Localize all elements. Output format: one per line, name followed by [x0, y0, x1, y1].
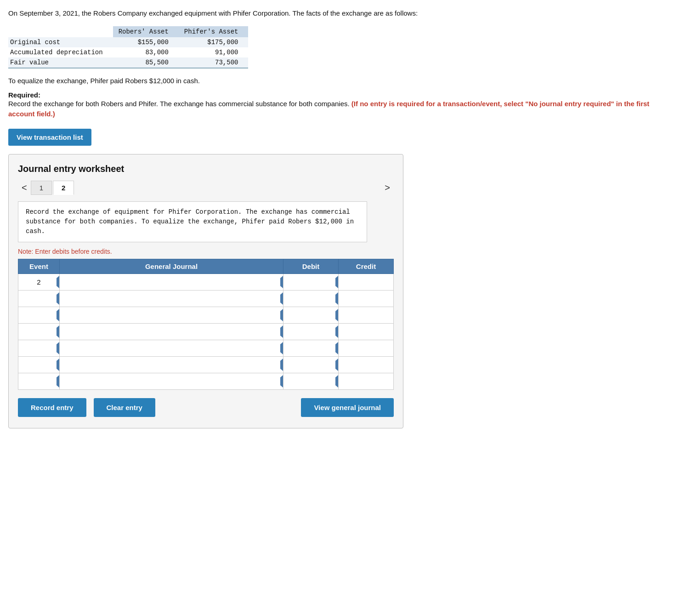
journal-cell[interactable]	[60, 340, 283, 356]
tab-prev-button[interactable]: <	[18, 181, 31, 194]
instruction-box: Record the exchange of equipment for Phi…	[18, 201, 367, 242]
debit-cell[interactable]	[283, 373, 339, 389]
credit-cell[interactable]	[339, 340, 394, 356]
intro-text: On September 3, 2021, the Robers Company…	[8, 9, 418, 17]
col-header-empty	[8, 26, 113, 37]
event-cell	[18, 323, 60, 340]
tab-next-button[interactable]: >	[381, 181, 394, 194]
journal-cell[interactable]	[60, 356, 283, 373]
facts-cell: 73,500	[179, 57, 249, 68]
table-row	[18, 290, 394, 307]
facts-cell: Accumulated depreciation	[8, 47, 113, 57]
journal-worksheet: Journal entry worksheet < 1 2 > Record t…	[8, 154, 403, 428]
journal-cell[interactable]	[60, 373, 283, 389]
debit-input[interactable]	[283, 274, 338, 290]
debit-cell[interactable]	[283, 274, 339, 290]
debit-cell[interactable]	[283, 323, 339, 340]
event-cell	[18, 356, 60, 373]
credit-input[interactable]	[339, 324, 393, 340]
credit-input[interactable]	[339, 307, 393, 323]
facts-table: Robers' Asset Phifer's Asset Original co…	[8, 26, 248, 68]
credit-cell[interactable]	[339, 307, 394, 323]
col-header-phifer: Phifer's Asset	[179, 26, 249, 37]
view-transaction-button[interactable]: View transaction list	[8, 129, 91, 146]
note-text: Note: Enter debits before credits.	[18, 248, 394, 255]
credit-cell[interactable]	[339, 323, 394, 340]
table-row	[18, 356, 394, 373]
table-row	[18, 307, 394, 323]
required-section: Required: Record the exchange for both R…	[8, 91, 672, 120]
event-cell: 2	[18, 274, 60, 290]
journal-input[interactable]	[60, 373, 283, 389]
journal-input[interactable]	[60, 307, 283, 323]
col-header-robers: Robers' Asset	[113, 26, 179, 37]
journal-table: Event General Journal Debit Credit 2	[18, 259, 394, 390]
event-cell	[18, 340, 60, 356]
table-row	[18, 340, 394, 356]
required-text: Record the exchange for both Robers and …	[8, 99, 672, 120]
required-label: Required:	[8, 91, 672, 99]
debit-input[interactable]	[283, 324, 338, 340]
facts-cell: 91,000	[179, 47, 249, 57]
tab-2[interactable]: 2	[53, 181, 74, 195]
journal-cell[interactable]	[60, 307, 283, 323]
credit-input[interactable]	[339, 340, 393, 356]
view-general-journal-button[interactable]: View general journal	[301, 398, 394, 417]
debit-cell[interactable]	[283, 307, 339, 323]
facts-cell: Fair value	[8, 57, 113, 68]
debit-input[interactable]	[283, 291, 338, 307]
col-journal: General Journal	[60, 259, 283, 274]
worksheet-title: Journal entry worksheet	[18, 164, 394, 174]
journal-cell[interactable]	[60, 290, 283, 307]
credit-input[interactable]	[339, 274, 393, 290]
journal-input[interactable]	[60, 274, 283, 290]
debit-cell[interactable]	[283, 356, 339, 373]
buttons-row: Record entry Clear entry View general jo…	[18, 398, 394, 417]
journal-input[interactable]	[60, 340, 283, 356]
facts-cell: Original cost	[8, 37, 113, 47]
problem-intro: On September 3, 2021, the Robers Company…	[8, 8, 672, 19]
facts-cell: 85,500	[113, 57, 179, 68]
journal-cell[interactable]	[60, 323, 283, 340]
journal-input[interactable]	[60, 357, 283, 373]
event-cell	[18, 307, 60, 323]
facts-cell: 83,000	[113, 47, 179, 57]
credit-cell[interactable]	[339, 274, 394, 290]
credit-input[interactable]	[339, 357, 393, 373]
credit-cell[interactable]	[339, 373, 394, 389]
debit-cell[interactable]	[283, 290, 339, 307]
col-debit: Debit	[283, 259, 339, 274]
credit-input[interactable]	[339, 291, 393, 307]
credit-cell[interactable]	[339, 290, 394, 307]
debit-input[interactable]	[283, 340, 338, 356]
event-cell	[18, 290, 60, 307]
record-entry-button[interactable]: Record entry	[18, 398, 86, 417]
debit-input[interactable]	[283, 357, 338, 373]
table-row	[18, 323, 394, 340]
credit-input[interactable]	[339, 373, 393, 389]
facts-cell: $175,000	[179, 37, 249, 47]
tab-1[interactable]: 1	[31, 181, 52, 195]
debit-cell[interactable]	[283, 340, 339, 356]
col-event: Event	[18, 259, 60, 274]
equalize-text: To equalize the exchange, Phifer paid Ro…	[8, 77, 672, 85]
event-cell	[18, 373, 60, 389]
tabs-row: < 1 2 >	[18, 181, 394, 195]
credit-cell[interactable]	[339, 356, 394, 373]
journal-input[interactable]	[60, 291, 283, 307]
table-row: 2	[18, 274, 394, 290]
clear-entry-button[interactable]: Clear entry	[94, 398, 155, 417]
debit-input[interactable]	[283, 307, 338, 323]
table-row	[18, 373, 394, 389]
debit-input[interactable]	[283, 373, 338, 389]
journal-input[interactable]	[60, 324, 283, 340]
facts-cell: $155,000	[113, 37, 179, 47]
col-credit: Credit	[339, 259, 394, 274]
journal-cell[interactable]	[60, 274, 283, 290]
